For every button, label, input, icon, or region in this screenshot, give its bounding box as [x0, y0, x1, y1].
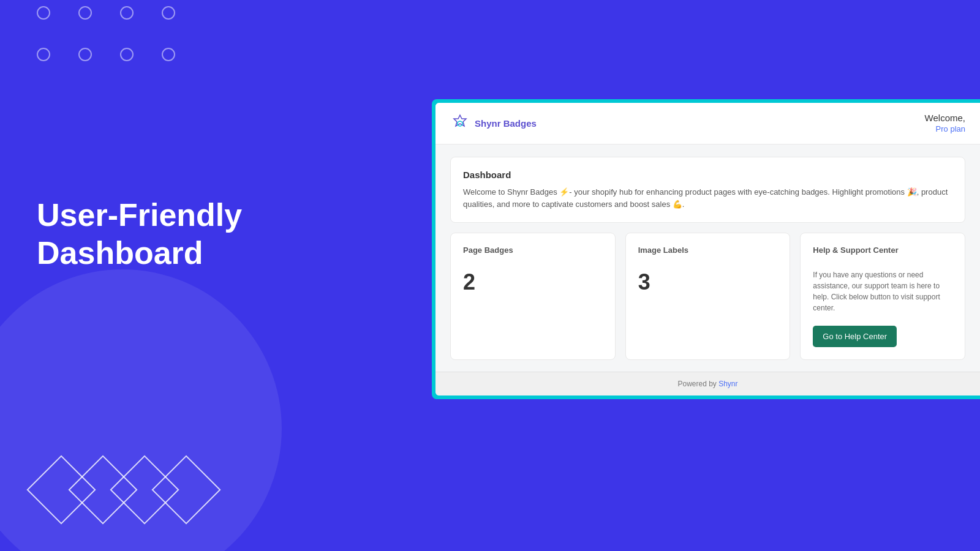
welcome-text: Welcome,: [925, 113, 965, 123]
app-window: Shynr Badges Welcome, Pro plan Dashboard…: [435, 103, 980, 395]
app-main: Dashboard Welcome to Shynr Badges ⚡- you…: [435, 144, 980, 372]
cards-row: Page Badges 2 Image Labels 3 Help & Supp…: [450, 233, 965, 360]
help-center-button[interactable]: Go to Help Center: [813, 326, 897, 347]
support-card: Help & Support Center If you have any qu…: [800, 233, 965, 360]
image-labels-card: Image Labels 3: [625, 233, 791, 360]
dot: [78, 48, 92, 61]
dashboard-description: Welcome to Shynr Badges ⚡- your shopify …: [463, 186, 952, 210]
app-logo: Shynr Badges: [450, 114, 537, 133]
left-hero-text: User-Friendly Dashboard: [37, 196, 242, 272]
dot: [162, 48, 175, 61]
shynr-link[interactable]: Shynr: [718, 380, 737, 388]
powered-by-text: Powered by: [677, 380, 716, 388]
logo-text: Shynr Badges: [475, 118, 537, 129]
dot: [78, 6, 92, 20]
page-badges-count: 2: [463, 269, 603, 295]
app-header: Shynr Badges Welcome, Pro plan: [435, 103, 980, 144]
dot: [37, 6, 50, 20]
dot: [120, 6, 134, 20]
header-right: Welcome, Pro plan: [925, 113, 965, 134]
dashboard-section: Dashboard Welcome to Shynr Badges ⚡- you…: [450, 157, 965, 223]
dot: [162, 6, 175, 20]
app-window-outer: Shynr Badges Welcome, Pro plan Dashboard…: [432, 99, 980, 399]
dot: [37, 48, 50, 61]
decorative-dots: [37, 6, 186, 72]
dot: [120, 48, 134, 61]
support-description: If you have any questions or need assist…: [813, 269, 952, 313]
hero-title: User-Friendly Dashboard: [37, 196, 242, 272]
dashboard-title: Dashboard: [463, 170, 952, 180]
page-badges-card: Page Badges 2: [450, 233, 616, 360]
image-labels-count: 3: [638, 269, 778, 295]
support-title: Help & Support Center: [813, 246, 952, 255]
page-badges-title: Page Badges: [463, 246, 603, 255]
diamond-decoration: [37, 465, 203, 514]
app-footer: Powered by Shynr: [435, 372, 980, 395]
logo-icon: [450, 114, 470, 133]
pro-plan-link[interactable]: Pro plan: [936, 124, 965, 133]
image-labels-title: Image Labels: [638, 246, 778, 255]
